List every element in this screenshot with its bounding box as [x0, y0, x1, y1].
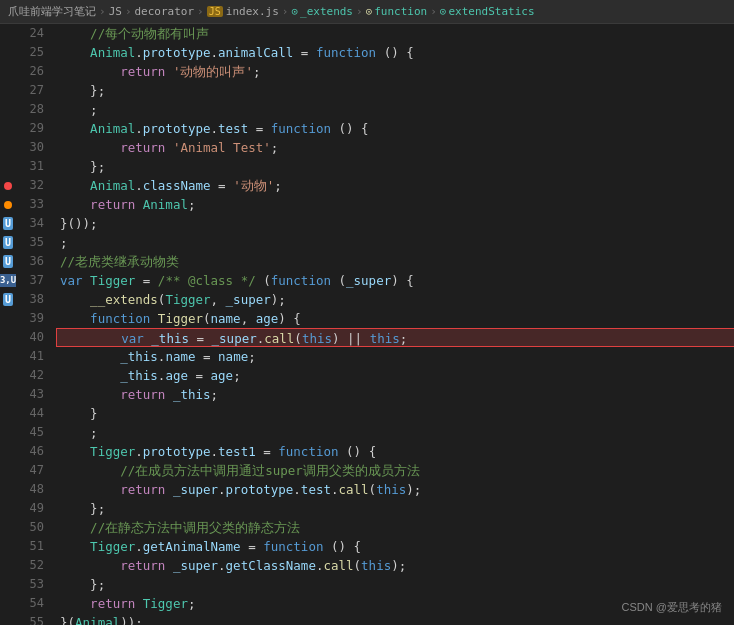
- gutter-indicator: [0, 442, 16, 461]
- gutter-indicator: [0, 480, 16, 499]
- gutter-indicator: [0, 575, 16, 594]
- gutter-indicator: [0, 43, 16, 62]
- code-row: Tigger.prototype.test1 = function () {: [60, 442, 734, 461]
- line-number: 47: [16, 461, 44, 480]
- code-row: var Tigger = /** @class */ (function (_s…: [60, 271, 734, 290]
- breadcrumb-sep5: ›: [356, 5, 363, 18]
- watermark: CSDN @爱思考的猪: [622, 600, 722, 615]
- breadcrumb-site: 爪哇前端学习笔记: [8, 4, 96, 19]
- line-number: 53: [16, 575, 44, 594]
- breadcrumb-sep2: ›: [125, 5, 132, 18]
- gutter-indicator: [0, 328, 16, 347]
- gutter-indicator: [0, 404, 16, 423]
- breakpoint-dot[interactable]: [4, 182, 12, 190]
- line-number: 33: [16, 195, 44, 214]
- gutter-indicator: 3,U: [0, 271, 16, 290]
- breakpoint-dot[interactable]: [4, 201, 12, 209]
- breadcrumb-sym-icon3: ⊙: [440, 5, 447, 18]
- gutter-indicator: [0, 176, 16, 195]
- code-row: }());: [60, 214, 734, 233]
- gutter-indicators: UUU3,UU: [0, 24, 16, 625]
- gutter-indicator: [0, 613, 16, 625]
- gutter-indicator: U: [0, 233, 16, 252]
- code-row: ;: [60, 100, 734, 119]
- line-number: 30: [16, 138, 44, 157]
- line-number: 32: [16, 176, 44, 195]
- code-row: Animal.className = '动物';: [60, 176, 734, 195]
- breadcrumb-sep6: ›: [430, 5, 437, 18]
- gutter-indicator: U: [0, 214, 16, 233]
- breadcrumb-sym-icon1: ⊙: [291, 5, 298, 18]
- gutter-indicator: [0, 594, 16, 613]
- code-row: };: [60, 81, 734, 100]
- git-change-label: U: [3, 217, 13, 230]
- code-row: return _this;: [60, 385, 734, 404]
- line-number: 41: [16, 347, 44, 366]
- line-numbers: 2425262728293031323334353637383940414243…: [16, 24, 52, 625]
- code-row: Animal.prototype.animalCall = function (…: [60, 43, 734, 62]
- code-row: return _super.getClassName.call(this);: [60, 556, 734, 575]
- line-number: 36: [16, 252, 44, 271]
- gutter-indicator: [0, 499, 16, 518]
- code-row: function Tigger(name, age) {: [60, 309, 734, 328]
- code-row: return Animal;: [60, 195, 734, 214]
- gutter-indicator: [0, 24, 16, 43]
- code-row: return 'Animal Test';: [60, 138, 734, 157]
- gutter-indicator: [0, 309, 16, 328]
- breadcrumb-symbol3: extendStatics: [448, 5, 534, 18]
- code-row: //在静态方法中调用父类的静态方法: [60, 518, 734, 537]
- js-file-icon: JS: [207, 6, 223, 17]
- line-number: 54: [16, 594, 44, 613]
- line-number: 40: [16, 328, 44, 347]
- code-row: return '动物的叫声';: [60, 62, 734, 81]
- gutter-indicator: [0, 195, 16, 214]
- line-number: 55: [16, 613, 44, 625]
- line-number: 46: [16, 442, 44, 461]
- code-row: }: [60, 404, 734, 423]
- code-row: _this.name = name;: [60, 347, 734, 366]
- line-number: 51: [16, 537, 44, 556]
- breadcrumb-bar: 爪哇前端学习笔记 › JS › decorator › JS index.js …: [0, 0, 734, 24]
- line-number: 24: [16, 24, 44, 43]
- code-row: Tigger.getAnimalName = function () {: [60, 537, 734, 556]
- gutter-indicator: [0, 461, 16, 480]
- line-number: 48: [16, 480, 44, 499]
- line-number: 34: [16, 214, 44, 233]
- gutter-indicator: [0, 157, 16, 176]
- line-number: 50: [16, 518, 44, 537]
- code-row: _this.age = age;: [60, 366, 734, 385]
- gutter-indicator: [0, 423, 16, 442]
- gutter-indicator: U: [0, 290, 16, 309]
- breadcrumb-path1: JS: [109, 5, 122, 18]
- line-number: 26: [16, 62, 44, 81]
- code-row: };: [60, 157, 734, 176]
- editor: UUU3,UU 24252627282930313233343536373839…: [0, 24, 734, 625]
- line-number: 52: [16, 556, 44, 575]
- gutter-indicator: [0, 100, 16, 119]
- gutter-indicator: [0, 537, 16, 556]
- gutter-indicator: [0, 81, 16, 100]
- code-row: };: [60, 575, 734, 594]
- gutter-indicator: [0, 556, 16, 575]
- line-number: 29: [16, 119, 44, 138]
- line-number: 27: [16, 81, 44, 100]
- breadcrumb-symbol1: _extends: [300, 5, 353, 18]
- breadcrumb-sym-icon2: ⊙: [366, 5, 373, 18]
- breadcrumb-sep3: ›: [197, 5, 204, 18]
- line-number: 39: [16, 309, 44, 328]
- line-number: 43: [16, 385, 44, 404]
- line-number: 35: [16, 233, 44, 252]
- line-number: 25: [16, 43, 44, 62]
- breadcrumb-symbol2: function: [374, 5, 427, 18]
- gutter-indicator: [0, 385, 16, 404]
- gutter-indicator: [0, 366, 16, 385]
- gutter-indicator: [0, 518, 16, 537]
- line-number: 37: [16, 271, 44, 290]
- breadcrumb-path2: decorator: [135, 5, 195, 18]
- line-number: 44: [16, 404, 44, 423]
- code-row: __extends(Tigger, _super);: [60, 290, 734, 309]
- git-change-label: U: [3, 236, 13, 249]
- code-row: Animal.prototype.test = function () {: [60, 119, 734, 138]
- gutter-indicator: [0, 138, 16, 157]
- line-number: 28: [16, 100, 44, 119]
